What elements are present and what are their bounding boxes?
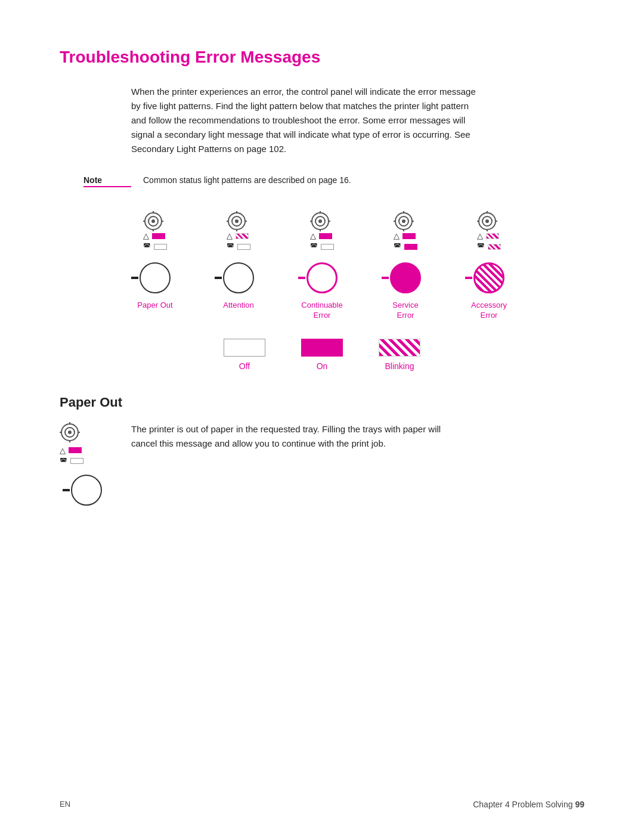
- diagram-paper-out: △ ◚ Paper Out: [122, 211, 188, 321]
- label-service-error: ServiceError: [392, 301, 418, 321]
- note-row: Note Common status light patterns are de…: [83, 174, 584, 187]
- intro-text: When the printer experiences an error, t…: [131, 85, 477, 156]
- legend-label-off: Off: [239, 361, 250, 371]
- crescent-icon: ◚: [60, 457, 67, 466]
- label-accessory-error: AccessoryError: [471, 301, 507, 321]
- target-icon-5: [477, 211, 497, 231]
- diagram-continuable: △ ◚ ContinuableError: [289, 211, 355, 321]
- circle-service: [388, 260, 423, 296]
- crescent-icon: ◚: [227, 242, 234, 251]
- light-row-2b: ◚: [227, 242, 250, 251]
- footer-right: Chapter 4 Problem Solving 99: [473, 800, 584, 809]
- note-text: Common status light patterns are describ…: [143, 174, 351, 187]
- triangle-icon: △: [227, 231, 233, 240]
- svg-point-2: [151, 219, 155, 223]
- light-row-2d: ◚: [394, 242, 417, 251]
- page-container: Troubleshooting Error Messages When the …: [0, 0, 644, 544]
- light-panel-paper-out: △ ◚: [143, 211, 167, 253]
- light-row-po1: △: [60, 446, 82, 455]
- light-indicator-off: [321, 244, 334, 250]
- diagram-attention: △ ◚ Attention: [206, 211, 271, 321]
- light-row-1a: △: [143, 231, 165, 240]
- circle-main-pink-blink: [473, 262, 504, 293]
- circle-small: [71, 475, 102, 506]
- circle-paper-out: [137, 260, 173, 296]
- paper-out-title: Paper Out: [60, 395, 584, 410]
- crescent-icon: ◚: [477, 242, 485, 251]
- page-title: Troubleshooting Error Messages: [60, 48, 584, 67]
- light-indicator-blink: [236, 233, 249, 239]
- light-row-1e: △: [477, 231, 499, 240]
- light-on-small: [69, 447, 82, 453]
- svg-point-16: [318, 219, 322, 223]
- circle-main-pink-full: [390, 262, 421, 293]
- paper-out-description: The printer is out of paper in the reque…: [131, 422, 465, 451]
- legend-label-blinking: Blinking: [385, 361, 414, 371]
- circle-main: [223, 262, 254, 293]
- light-row-1d: △: [394, 231, 416, 240]
- legend-box-on: [301, 339, 343, 357]
- legend-box-blink: [379, 339, 420, 357]
- footer-left: EN: [60, 800, 70, 809]
- circle-attention: [221, 260, 256, 296]
- crescent-icon: ◚: [310, 242, 318, 251]
- legend-label-on: On: [317, 361, 328, 371]
- handle-dark-small: [63, 489, 70, 491]
- circle-accessory: [471, 260, 507, 296]
- light-indicator-on: [319, 233, 332, 239]
- light-indicator-on: [404, 244, 417, 250]
- handle-dark: [131, 277, 138, 279]
- light-panel-service: △ ◚: [394, 211, 417, 253]
- light-indicator-off: [154, 244, 167, 250]
- legend-section: Off On Blinking: [60, 339, 584, 371]
- paper-out-small-diagram: △ ◚: [60, 422, 113, 508]
- svg-point-23: [402, 219, 405, 223]
- legend-off: Off: [224, 339, 265, 371]
- page-number: 99: [575, 800, 584, 809]
- diagrams-section: △ ◚ Paper Out: [60, 211, 584, 321]
- svg-point-37: [68, 431, 72, 434]
- diagram-service-error: △ ◚ ServiceError: [373, 211, 438, 321]
- circle-continuable: [304, 260, 340, 296]
- light-panel-continuable: △ ◚: [310, 211, 334, 253]
- light-row-po2: ◚: [60, 457, 83, 466]
- light-indicator-on: [152, 233, 165, 239]
- svg-point-30: [485, 219, 489, 223]
- light-indicator-off: [237, 244, 250, 250]
- legend-box-off: [224, 339, 265, 357]
- light-row-2a: ◚: [143, 242, 167, 251]
- target-icon-4: [394, 211, 414, 231]
- triangle-icon: △: [143, 231, 149, 240]
- target-icon-small: [60, 422, 80, 442]
- light-panel-attention: △ ◚: [227, 211, 250, 253]
- svg-point-9: [235, 219, 239, 223]
- note-label: Note: [83, 175, 131, 187]
- handle-pink: [382, 277, 389, 279]
- circle-paper-out-small: [69, 472, 104, 508]
- legend-blinking: Blinking: [379, 339, 420, 371]
- light-panel-accessory: △ ◚: [477, 211, 501, 253]
- handle-dark: [215, 277, 222, 279]
- light-indicator-blink: [488, 244, 501, 250]
- handle-pink: [465, 277, 472, 279]
- triangle-icon: △: [60, 446, 66, 455]
- diagram-accessory-error: △ ◚ AccessoryError: [456, 211, 522, 321]
- label-attention: Attention: [223, 301, 253, 311]
- circle-main: [140, 262, 171, 293]
- paper-out-content: △ ◚ The printer is out of paper in the r…: [60, 422, 584, 508]
- circle-main-pink-border: [306, 262, 338, 293]
- target-icon-3: [310, 211, 330, 231]
- light-indicator-blink: [486, 233, 499, 239]
- legend-on: On: [301, 339, 343, 371]
- light-row-2e: ◚: [477, 242, 501, 251]
- label-paper-out: Paper Out: [137, 301, 172, 311]
- triangle-icon: △: [310, 231, 316, 240]
- label-continuable: ContinuableError: [301, 301, 342, 321]
- light-indicator-on: [402, 233, 416, 239]
- crescent-icon: ◚: [394, 242, 401, 251]
- light-row-2c: ◚: [310, 242, 334, 251]
- footer: EN Chapter 4 Problem Solving 99: [60, 800, 584, 809]
- triangle-icon: △: [477, 231, 483, 240]
- light-row-1c: △: [310, 231, 332, 240]
- crescent-icon: ◚: [143, 242, 151, 251]
